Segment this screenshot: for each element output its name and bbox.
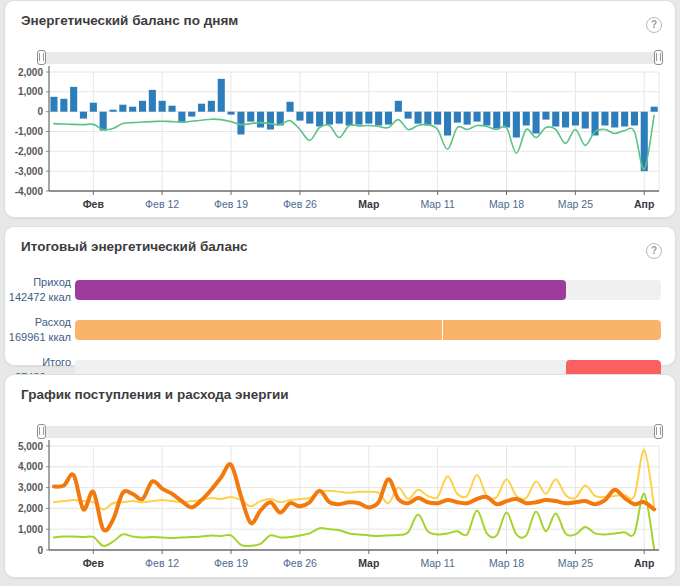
svg-text:Мар 18: Мар 18 (489, 557, 524, 569)
svg-text:5,000: 5,000 (18, 441, 43, 452)
help-button[interactable]: ? (646, 17, 662, 33)
svg-text:Мар 11: Мар 11 (420, 557, 455, 569)
svg-text:Мар: Мар (358, 557, 379, 569)
balance-bar-track (75, 280, 661, 300)
svg-text:Мар: Мар (358, 198, 379, 210)
range-selector[interactable] (39, 52, 661, 64)
svg-text:-4,000: -4,000 (15, 186, 44, 197)
panel-title-daily-balance: Энергетический баланс по дням (5, 1, 675, 28)
balance-row-label: Приход (5, 275, 71, 290)
help-button[interactable]: ? (646, 243, 662, 259)
grip-icon (39, 53, 44, 61)
svg-text:Фев 19: Фев 19 (214, 557, 248, 569)
range-handle-right[interactable] (654, 50, 663, 65)
balance-row-label: Расход (5, 315, 71, 330)
panel-daily-balance: Энергетический баланс по дням ? 2,0001,0… (4, 0, 676, 218)
svg-text:4,000: 4,000 (18, 461, 43, 472)
svg-text:-1,000: -1,000 (15, 126, 44, 137)
range-handle-left[interactable] (37, 50, 46, 65)
balance-bar-track (75, 320, 661, 340)
svg-text:0: 0 (37, 106, 43, 117)
svg-text:Фев 19: Фев 19 (214, 198, 248, 210)
svg-text:Фев 12: Фев 12 (145, 198, 179, 210)
svg-text:Фев 12: Фев 12 (145, 557, 179, 569)
line-orange (54, 464, 654, 530)
daily-balance-chart[interactable]: 2,0001,0000-1,000-2,000-3,000-4,000ФевФе… (5, 64, 675, 214)
svg-text:Фев: Фев (83, 557, 105, 569)
grip-icon (656, 427, 661, 435)
svg-text:2,000: 2,000 (18, 67, 43, 78)
svg-text:Апр: Апр (634, 557, 654, 569)
svg-text:Фев 26: Фев 26 (283, 198, 317, 210)
balance-row-label: Итого (5, 355, 71, 370)
grid (49, 72, 659, 191)
y-axis: 2,0001,0000-1,000-2,000-3,000-4,000 (15, 67, 49, 197)
svg-text:Мар 25: Мар 25 (558, 557, 593, 569)
svg-text:3,000: 3,000 (18, 482, 43, 493)
svg-text:-2,000: -2,000 (15, 146, 44, 157)
energy-lines-chart[interactable]: 5,0004,0003,0002,0001,0000ФевФев 12Фев 1… (5, 438, 675, 578)
svg-text:Апр: Апр (634, 198, 654, 210)
panel-title-energy-chart: График поступления и расхода энергии (5, 375, 675, 402)
svg-text:Фев: Фев (83, 198, 105, 210)
svg-text:Мар 25: Мар 25 (558, 198, 593, 210)
panel-total-balance: Итоговый энергетический баланс ? Приход … (4, 226, 676, 366)
panel-title-total-balance: Итоговый энергетический баланс (5, 227, 675, 254)
svg-text:1,000: 1,000 (18, 524, 43, 535)
grip-icon (656, 53, 661, 61)
axes: ФевФев 12Фев 19Фев 26МарМар 11Мар 18Мар … (49, 66, 659, 210)
range-handle-left[interactable] (37, 424, 46, 439)
y-axis: 5,0004,0003,0002,0001,0000 (18, 441, 49, 556)
balance-bar-divider (442, 320, 443, 340)
svg-text:Мар 18: Мар 18 (489, 198, 524, 210)
balance-row-prihod: Приход 142472 ккал (5, 275, 661, 304)
svg-text:2,000: 2,000 (18, 503, 43, 514)
panel-energy-chart: График поступления и расхода энергии 5,0… (4, 374, 676, 578)
svg-text:Фев 26: Фев 26 (283, 557, 317, 569)
balance-bar-fill (75, 280, 566, 300)
svg-text:1,000: 1,000 (18, 86, 43, 97)
balance-row-value: 169961 ккал (5, 330, 71, 345)
balance-bar-fill (75, 320, 661, 340)
grip-icon (39, 427, 44, 435)
svg-text:-3,000: -3,000 (15, 166, 44, 177)
range-handle-right[interactable] (654, 424, 663, 439)
balance-row-value: 142472 ккал (5, 290, 71, 305)
range-selector[interactable] (39, 426, 661, 438)
svg-text:0: 0 (37, 545, 43, 556)
balance-row-rashod: Расход 169961 ккал (5, 315, 661, 344)
svg-text:Мар 11: Мар 11 (420, 198, 455, 210)
